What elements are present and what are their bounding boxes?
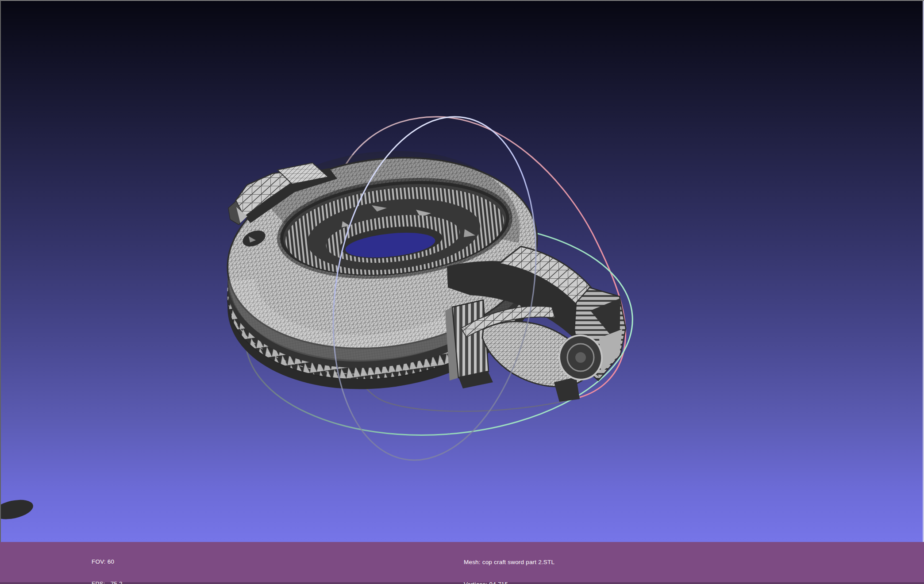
scene-canvas bbox=[1, 1, 924, 543]
fov-readout: FOV: 60 bbox=[92, 558, 140, 566]
render-info-overlay: FOV: 60 FPS: 75.2 BO_RENDERING bbox=[92, 544, 140, 584]
vertex-count-readout: Vertices: 94,715 bbox=[464, 581, 554, 584]
gl-3d-viewport[interactable] bbox=[0, 0, 924, 542]
mesh-info-overlay: Mesh: cop craft sword part 2.STL Vertice… bbox=[464, 544, 554, 584]
mesh-name-readout: Mesh: cop craft sword part 2.STL bbox=[464, 559, 554, 566]
meshlab-window: FOV: 60 FPS: 75.2 BO_RENDERING Mesh: cop… bbox=[0, 0, 924, 584]
mesh-torus-object bbox=[1, 138, 626, 523]
fps-readout: FPS: 75.2 bbox=[92, 580, 140, 584]
